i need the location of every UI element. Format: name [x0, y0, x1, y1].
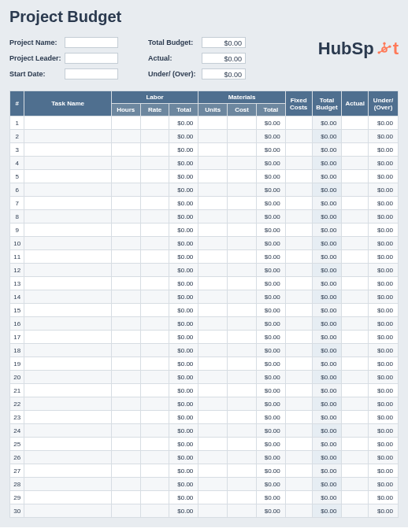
rate-cell[interactable]	[140, 237, 169, 250]
task-cell[interactable]	[24, 331, 111, 344]
fixed-cell[interactable]	[285, 210, 312, 224]
actual-cell[interactable]	[342, 157, 369, 170]
rate-cell[interactable]	[140, 317, 169, 331]
hours-cell[interactable]	[111, 224, 140, 237]
actual-cell[interactable]	[342, 491, 369, 504]
task-cell[interactable]	[24, 130, 111, 143]
hours-cell[interactable]	[111, 277, 140, 290]
fixed-cell[interactable]	[285, 491, 312, 504]
actual-cell[interactable]	[342, 478, 369, 491]
hours-cell[interactable]	[111, 384, 140, 397]
rate-cell[interactable]	[140, 143, 169, 157]
units-cell[interactable]	[198, 331, 228, 344]
actual-cell[interactable]	[342, 424, 369, 438]
task-cell[interactable]	[24, 438, 111, 451]
hours-cell[interactable]	[111, 411, 140, 424]
actual-cell[interactable]	[342, 344, 369, 357]
hours-cell[interactable]	[111, 264, 140, 277]
cost-cell[interactable]	[228, 277, 257, 290]
rate-cell[interactable]	[140, 384, 169, 397]
hours-cell[interactable]	[111, 438, 140, 451]
units-cell[interactable]	[198, 344, 228, 357]
actual-cell[interactable]	[342, 331, 369, 344]
task-cell[interactable]	[24, 290, 111, 304]
fixed-cell[interactable]	[285, 424, 312, 438]
task-cell[interactable]	[24, 143, 111, 157]
hours-cell[interactable]	[111, 357, 140, 371]
fixed-cell[interactable]	[285, 504, 312, 518]
units-cell[interactable]	[198, 384, 228, 397]
fixed-cell[interactable]	[285, 371, 312, 384]
hours-cell[interactable]	[111, 478, 140, 491]
task-cell[interactable]	[24, 397, 111, 411]
task-cell[interactable]	[24, 491, 111, 504]
cost-cell[interactable]	[228, 197, 257, 210]
rate-cell[interactable]	[140, 250, 169, 264]
fixed-cell[interactable]	[285, 264, 312, 277]
rate-cell[interactable]	[140, 478, 169, 491]
fixed-cell[interactable]	[285, 478, 312, 491]
hours-cell[interactable]	[111, 210, 140, 224]
cost-cell[interactable]	[228, 224, 257, 237]
hours-cell[interactable]	[111, 424, 140, 438]
cost-cell[interactable]	[228, 250, 257, 264]
rate-cell[interactable]	[140, 116, 169, 130]
cost-cell[interactable]	[228, 344, 257, 357]
task-cell[interactable]	[24, 197, 111, 210]
actual-cell[interactable]	[342, 371, 369, 384]
task-cell[interactable]	[24, 344, 111, 357]
fixed-cell[interactable]	[285, 130, 312, 143]
fixed-cell[interactable]	[285, 250, 312, 264]
actual-cell[interactable]	[342, 397, 369, 411]
task-cell[interactable]	[24, 411, 111, 424]
cost-cell[interactable]	[228, 411, 257, 424]
rate-cell[interactable]	[140, 130, 169, 143]
rate-cell[interactable]	[140, 451, 169, 464]
rate-cell[interactable]	[140, 157, 169, 170]
actual-cell[interactable]	[342, 317, 369, 331]
rate-cell[interactable]	[140, 183, 169, 197]
actual-cell[interactable]	[342, 504, 369, 518]
units-cell[interactable]	[198, 264, 228, 277]
units-cell[interactable]	[198, 197, 228, 210]
fixed-cell[interactable]	[285, 464, 312, 478]
actual-cell[interactable]	[342, 277, 369, 290]
task-cell[interactable]	[24, 478, 111, 491]
cost-cell[interactable]	[228, 371, 257, 384]
actual-cell[interactable]	[342, 250, 369, 264]
units-cell[interactable]	[198, 371, 228, 384]
cost-cell[interactable]	[228, 183, 257, 197]
cost-cell[interactable]	[228, 143, 257, 157]
rate-cell[interactable]	[140, 331, 169, 344]
fixed-cell[interactable]	[285, 170, 312, 183]
units-cell[interactable]	[198, 464, 228, 478]
hours-cell[interactable]	[111, 397, 140, 411]
cost-cell[interactable]	[228, 170, 257, 183]
fixed-cell[interactable]	[285, 143, 312, 157]
cost-cell[interactable]	[228, 237, 257, 250]
task-cell[interactable]	[24, 210, 111, 224]
rate-cell[interactable]	[140, 491, 169, 504]
hours-cell[interactable]	[111, 371, 140, 384]
actual-cell[interactable]	[342, 464, 369, 478]
rate-cell[interactable]	[140, 224, 169, 237]
actual-cell[interactable]	[342, 116, 369, 130]
cost-cell[interactable]	[228, 464, 257, 478]
hours-cell[interactable]	[111, 331, 140, 344]
actual-cell[interactable]	[342, 183, 369, 197]
task-cell[interactable]	[24, 384, 111, 397]
hours-cell[interactable]	[111, 290, 140, 304]
task-cell[interactable]	[24, 277, 111, 290]
units-cell[interactable]	[198, 357, 228, 371]
task-cell[interactable]	[24, 116, 111, 130]
cost-cell[interactable]	[228, 130, 257, 143]
actual-cell[interactable]	[342, 411, 369, 424]
project-name-input[interactable]	[65, 37, 118, 48]
task-cell[interactable]	[24, 424, 111, 438]
units-cell[interactable]	[198, 170, 228, 183]
cost-cell[interactable]	[228, 264, 257, 277]
actual-cell[interactable]	[342, 438, 369, 451]
hours-cell[interactable]	[111, 183, 140, 197]
task-cell[interactable]	[24, 304, 111, 317]
units-cell[interactable]	[198, 116, 228, 130]
